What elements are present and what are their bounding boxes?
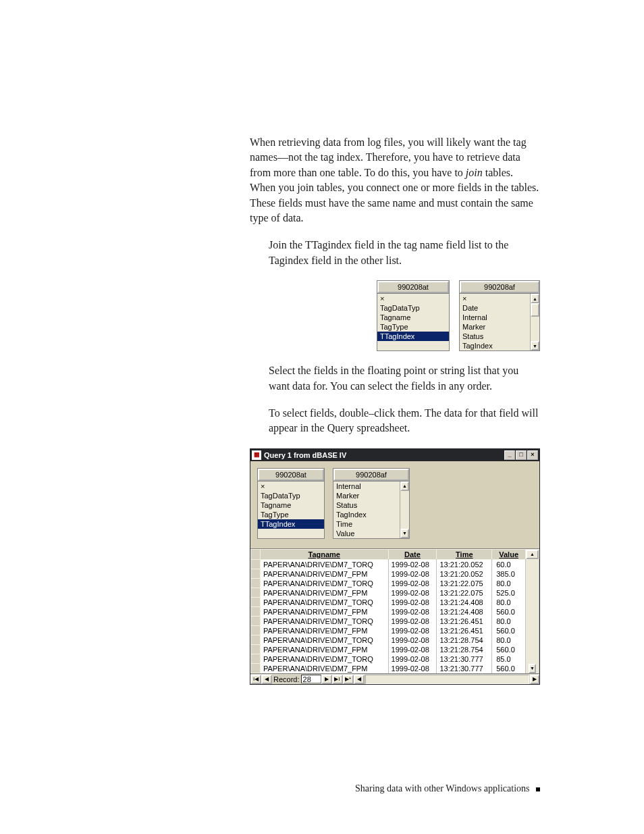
- cell[interactable]: 560.0: [492, 626, 526, 635]
- cell[interactable]: 1999-02-08: [388, 654, 437, 664]
- scroll-down-icon[interactable]: ▼: [400, 529, 409, 538]
- cell[interactable]: PAPER\ANA\DRIVE\DM7_FPM: [260, 626, 388, 635]
- list-item[interactable]: ×: [258, 481, 324, 491]
- list-item[interactable]: Internal: [333, 481, 400, 491]
- nav-prev-icon[interactable]: ◀: [261, 675, 272, 684]
- list-item[interactable]: ×: [377, 294, 449, 303]
- cell[interactable]: PAPER\ANA\DRIVE\DM7_FPM: [260, 569, 388, 579]
- cell[interactable]: 13:21:28.754: [437, 635, 492, 645]
- cell[interactable]: 13:21:24.408: [437, 598, 492, 607]
- results-table[interactable]: Tagname Date Time Value ▲ PAPER\ANA\DRIV…: [250, 549, 539, 674]
- list-item[interactable]: TTagIndex: [258, 519, 324, 529]
- row-selector[interactable]: [251, 645, 261, 654]
- list-item[interactable]: TagType: [377, 322, 449, 332]
- table-row[interactable]: PAPER\ANA\DRIVE\DM7_FPM1999-02-0813:21:2…: [251, 645, 539, 654]
- cell[interactable]: 80.0: [492, 617, 526, 626]
- list-item[interactable]: Marker: [333, 491, 400, 500]
- list-item[interactable]: ×: [460, 294, 530, 303]
- hscroll-track[interactable]: [365, 675, 529, 684]
- cell[interactable]: 13:21:22.075: [437, 588, 492, 598]
- cell[interactable]: 13:21:20.052: [437, 569, 492, 579]
- col-date[interactable]: Date: [388, 549, 437, 559]
- list-item[interactable]: TagDataTyp: [258, 491, 324, 500]
- cell[interactable]: 13:21:20.052: [437, 559, 492, 569]
- cell[interactable]: 60.0: [492, 559, 526, 569]
- scrollbar[interactable]: ▲ ▼: [530, 294, 539, 350]
- table-row[interactable]: PAPER\ANA\DRIVE\DM7_TORQ1999-02-0813:21:…: [251, 617, 539, 626]
- list-item[interactable]: TTagIndex: [377, 332, 449, 341]
- table-row[interactable]: PAPER\ANA\DRIVE\DM7_TORQ1999-02-0813:21:…: [251, 598, 539, 607]
- cell[interactable]: 1999-02-08: [388, 559, 437, 569]
- scroll-down-icon[interactable]: ▼: [531, 341, 539, 350]
- cell[interactable]: 80.0: [492, 635, 526, 645]
- cell[interactable]: PAPER\ANA\DRIVE\DM7_FPM: [260, 664, 388, 673]
- scroll-up-icon[interactable]: ▲: [531, 294, 539, 303]
- row-selector[interactable]: [251, 654, 261, 664]
- vscroll-cell[interactable]: ▼: [526, 664, 539, 673]
- cell[interactable]: PAPER\ANA\DRIVE\DM7_TORQ: [260, 635, 388, 645]
- row-selector[interactable]: [251, 588, 261, 598]
- list-item[interactable]: TagDataTyp: [377, 303, 449, 313]
- vscroll-head[interactable]: ▲: [526, 549, 539, 559]
- cell[interactable]: 1999-02-08: [388, 617, 437, 626]
- cell[interactable]: 13:21:26.451: [437, 617, 492, 626]
- list-item[interactable]: Status: [333, 500, 400, 510]
- nav-last-icon[interactable]: ▶I: [332, 675, 343, 684]
- cell[interactable]: 560.0: [492, 607, 526, 617]
- cell[interactable]: 13:21:28.754: [437, 645, 492, 654]
- vscroll-cell[interactable]: [526, 559, 539, 569]
- row-selector[interactable]: [251, 607, 261, 617]
- cell[interactable]: 1999-02-08: [388, 626, 437, 635]
- cell[interactable]: PAPER\ANA\DRIVE\DM7_TORQ: [260, 617, 388, 626]
- cell[interactable]: PAPER\ANA\DRIVE\DM7_FPM: [260, 588, 388, 598]
- cell[interactable]: 1999-02-08: [388, 598, 437, 607]
- cell[interactable]: 1999-02-08: [388, 588, 437, 598]
- row-selector[interactable]: [251, 569, 261, 579]
- row-selector[interactable]: [251, 579, 261, 588]
- vscroll-cell[interactable]: [526, 569, 539, 579]
- cell[interactable]: 13:21:22.075: [437, 579, 492, 588]
- cell[interactable]: PAPER\ANA\DRIVE\DM7_TORQ: [260, 579, 388, 588]
- scrollbar[interactable]: ▲ ▼: [400, 481, 409, 538]
- list-item[interactable]: TagIndex: [460, 341, 530, 350]
- cell[interactable]: 1999-02-08: [388, 645, 437, 654]
- cell[interactable]: PAPER\ANA\DRIVE\DM7_TORQ: [260, 559, 388, 569]
- scroll-down-icon[interactable]: ▼: [529, 664, 536, 673]
- nav-new-icon[interactable]: ▶*: [343, 675, 354, 684]
- cell[interactable]: 13:21:30.777: [437, 664, 492, 673]
- list-item[interactable]: Time: [333, 519, 400, 529]
- titlebar[interactable]: ▦ Query 1 from dBASE IV _ □ ×: [250, 449, 539, 461]
- table-row[interactable]: PAPER\ANA\DRIVE\DM7_FPM1999-02-0813:21:3…: [251, 664, 539, 673]
- record-number[interactable]: 28: [301, 675, 321, 683]
- list-item[interactable]: Internal: [460, 313, 530, 322]
- cell[interactable]: 80.0: [492, 598, 526, 607]
- vscroll-cell[interactable]: [526, 579, 539, 588]
- row-selector[interactable]: [251, 635, 261, 645]
- table-row[interactable]: PAPER\ANA\DRIVE\DM7_TORQ1999-02-0813:21:…: [251, 579, 539, 588]
- table-row[interactable]: PAPER\ANA\DRIVE\DM7_TORQ1999-02-0813:21:…: [251, 559, 539, 569]
- row-selector[interactable]: [251, 626, 261, 635]
- cell[interactable]: 85.0: [492, 654, 526, 664]
- cell[interactable]: 560.0: [492, 645, 526, 654]
- row-selector[interactable]: [251, 559, 261, 569]
- vscroll-cell[interactable]: [526, 588, 539, 598]
- vscroll-cell[interactable]: [526, 598, 539, 607]
- cell[interactable]: 1999-02-08: [388, 569, 437, 579]
- list-item[interactable]: Value: [333, 529, 400, 538]
- hscroll-right-icon[interactable]: ▶: [530, 675, 539, 684]
- table-row[interactable]: PAPER\ANA\DRIVE\DM7_FPM1999-02-0813:21:2…: [251, 626, 539, 635]
- nav-first-icon[interactable]: I◀: [250, 675, 261, 684]
- list-item[interactable]: TagType: [258, 510, 324, 519]
- row-selector[interactable]: [251, 617, 261, 626]
- vscroll-cell[interactable]: [526, 654, 539, 664]
- cell[interactable]: 385.0: [492, 569, 526, 579]
- row-selector[interactable]: [251, 664, 261, 673]
- list-item[interactable]: Status: [460, 332, 530, 341]
- table-row[interactable]: PAPER\ANA\DRIVE\DM7_FPM1999-02-0813:21:2…: [251, 569, 539, 579]
- nav-next-icon[interactable]: ▶: [321, 675, 332, 684]
- cell[interactable]: 1999-02-08: [388, 579, 437, 588]
- fieldlist-left[interactable]: 990208at ×TagDataTypTagnameTagTypeTTagIn…: [377, 280, 450, 351]
- vscroll-cell[interactable]: [526, 626, 539, 635]
- scroll-up-icon[interactable]: ▲: [400, 481, 409, 491]
- list-item[interactable]: Tagname: [258, 500, 324, 510]
